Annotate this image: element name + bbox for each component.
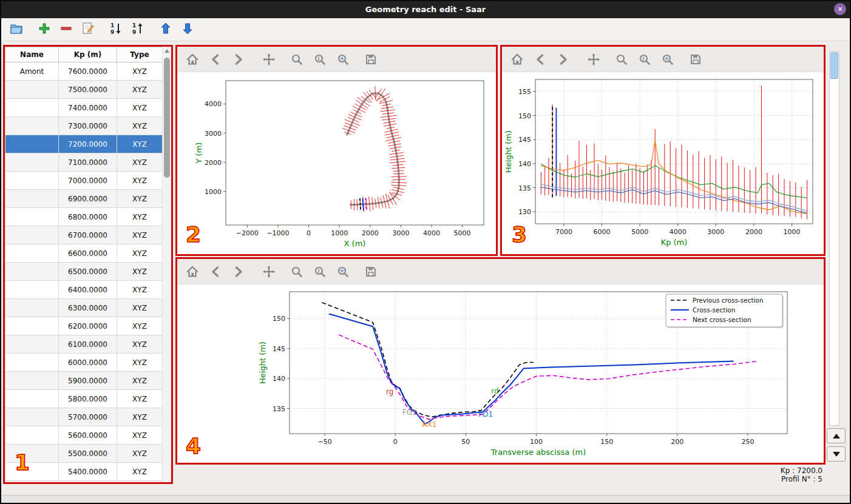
table-cell[interactable] — [5, 99, 59, 117]
table-row[interactable]: 7200.0000XYZ — [5, 135, 163, 153]
sort-descending-button[interactable]: 19 — [107, 21, 125, 39]
save-icon[interactable] — [687, 50, 705, 69]
table-cell[interactable]: 7100.0000 — [59, 153, 117, 172]
edit-profile-button[interactable] — [79, 21, 97, 39]
zoom-icon[interactable] — [288, 263, 306, 281]
table-cell[interactable]: XYZ — [117, 62, 163, 81]
back-icon[interactable] — [531, 50, 549, 69]
table-row[interactable]: 5900.0000XYZ — [5, 372, 163, 390]
forward-icon[interactable] — [229, 50, 248, 69]
table-cell[interactable]: XYZ — [117, 226, 163, 244]
close-button[interactable]: ✕ — [834, 3, 846, 15]
table-cell[interactable]: XYZ — [117, 335, 163, 354]
profile-up-button[interactable] — [827, 428, 846, 443]
table-row[interactable]: 5800.0000XYZ — [5, 390, 163, 408]
table-cell[interactable]: 6800.0000 — [59, 208, 117, 226]
table-cell[interactable] — [5, 244, 59, 263]
table-cell[interactable]: 6500.0000 — [59, 263, 117, 281]
table-cell[interactable] — [5, 172, 59, 190]
sort-ascending-button[interactable]: 19 — [129, 21, 147, 39]
move-up-button[interactable] — [157, 21, 175, 39]
pan-icon[interactable] — [260, 263, 278, 281]
table-cell[interactable]: XYZ — [117, 408, 163, 426]
forward-icon[interactable] — [554, 50, 572, 69]
table-row[interactable]: 7300.0000XYZ — [5, 117, 163, 135]
table-cell[interactable] — [5, 372, 59, 390]
table-cell[interactable]: 7600.0000 — [59, 62, 117, 81]
table-row[interactable]: 5300.0000XYZ — [5, 481, 163, 485]
table-cell[interactable]: 7300.0000 — [59, 117, 117, 135]
options-icon[interactable]: i — [311, 263, 329, 281]
table-cell[interactable]: XYZ — [117, 117, 163, 135]
table-cell[interactable]: XYZ — [117, 208, 163, 226]
table-cell[interactable]: 6300.0000 — [59, 299, 117, 317]
table-cell[interactable]: 6000.0000 — [59, 354, 117, 372]
table-cell[interactable]: 6400.0000 — [59, 281, 117, 299]
table-cell[interactable]: XYZ — [117, 99, 163, 117]
home-icon[interactable] — [508, 50, 526, 69]
main-scrollbar[interactable] — [829, 51, 839, 426]
table-cell[interactable]: XYZ — [117, 463, 163, 481]
table-cell[interactable]: 6700.0000 — [59, 226, 117, 244]
cross-section-plot[interactable]: −50050100150200250135140145150Transverse… — [177, 284, 824, 463]
table-cell[interactable]: 5900.0000 — [59, 372, 117, 390]
move-down-button[interactable] — [178, 21, 197, 39]
table-row[interactable]: 5600.0000XYZ — [5, 426, 163, 445]
options-icon[interactable]: i — [311, 50, 329, 69]
table-cell[interactable]: XYZ — [117, 281, 163, 299]
table-row[interactable]: 7100.0000XYZ — [5, 153, 163, 172]
table-row[interactable]: 6200.0000XYZ — [5, 317, 163, 335]
table-cell[interactable] — [5, 354, 59, 372]
table-cell[interactable]: XYZ — [117, 426, 163, 445]
table-cell[interactable]: 7500.0000 — [59, 81, 117, 99]
table-cell[interactable]: XYZ — [117, 317, 163, 335]
home-icon[interactable] — [183, 50, 202, 69]
forward-icon[interactable] — [229, 263, 248, 281]
table-row[interactable]: 7000.0000XYZ — [5, 172, 163, 190]
table-cell[interactable] — [5, 408, 59, 426]
table-cell[interactable]: XYZ — [117, 190, 163, 208]
table-cell[interactable]: 5700.0000 — [59, 408, 117, 426]
table-cell[interactable] — [5, 226, 59, 244]
scroll-up-icon[interactable] — [164, 49, 169, 53]
options-icon[interactable]: i — [636, 50, 654, 69]
table-cell[interactable]: XYZ — [117, 481, 163, 485]
table-cell[interactable] — [5, 317, 59, 335]
table-cell[interactable]: 7200.0000 — [59, 135, 117, 153]
add-profile-button[interactable] — [35, 21, 53, 39]
table-row[interactable]: 6500.0000XYZ — [5, 263, 163, 281]
save-icon[interactable] — [362, 263, 380, 281]
main-scrollbar-thumb[interactable] — [830, 52, 838, 79]
table-cell[interactable]: 6200.0000 — [59, 317, 117, 335]
table-row[interactable]: 6100.0000XYZ — [5, 335, 163, 354]
pan-icon[interactable] — [260, 50, 278, 69]
table-cell[interactable]: 7400.0000 — [59, 99, 117, 117]
table-cell[interactable] — [5, 390, 59, 408]
table-cell[interactable]: XYZ — [117, 354, 163, 372]
table-cell[interactable] — [5, 153, 59, 172]
table-cell[interactable]: 6100.0000 — [59, 335, 117, 354]
zoom-icon[interactable] — [612, 50, 631, 69]
table-cell[interactable]: 5600.0000 — [59, 426, 117, 445]
table-cell[interactable] — [5, 299, 59, 317]
table-cell[interactable]: 5800.0000 — [59, 390, 117, 408]
table-cell[interactable] — [5, 426, 59, 445]
profiles-table[interactable]: Name Kp (m) Type Amont7600.0000XYZ7500.0… — [5, 47, 163, 484]
home-icon[interactable] — [183, 263, 202, 281]
longitudinal-profile-plot[interactable]: 7000600050004000300020001000130135140145… — [502, 72, 824, 254]
open-button[interactable] — [7, 21, 25, 39]
zoom-rect-icon[interactable] — [334, 50, 352, 69]
table-cell[interactable] — [5, 263, 59, 281]
table-row[interactable]: 7400.0000XYZ — [5, 99, 163, 117]
back-icon[interactable] — [206, 50, 225, 69]
column-header-type[interactable]: Type — [117, 47, 163, 62]
table-cell[interactable]: XYZ — [117, 153, 163, 172]
table-cell[interactable]: XYZ — [117, 263, 163, 281]
table-cell[interactable] — [5, 445, 59, 463]
table-cell[interactable]: 6900.0000 — [59, 190, 117, 208]
table-row[interactable]: 6300.0000XYZ — [5, 299, 163, 317]
table-row[interactable]: 6600.0000XYZ — [5, 244, 163, 263]
zoom-icon[interactable] — [288, 50, 306, 69]
table-row[interactable]: 6800.0000XYZ — [5, 208, 163, 226]
save-icon[interactable] — [362, 50, 380, 69]
